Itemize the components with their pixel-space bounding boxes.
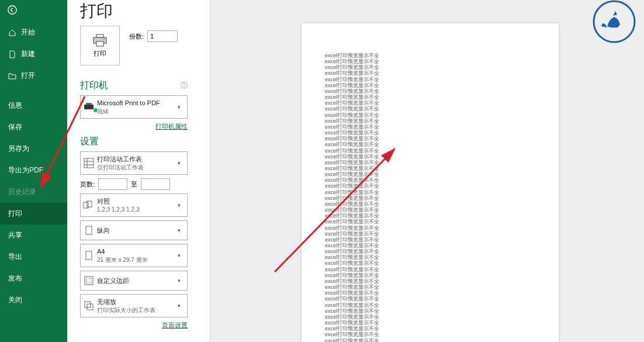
preview-text-line: excel打印预览显示不全 xyxy=(325,100,535,106)
copies-label: 份数: xyxy=(129,32,144,41)
preview-text-line: excel打印预览显示不全 xyxy=(325,284,535,290)
svg-rect-15 xyxy=(85,277,93,285)
preview-text-line: excel打印预览显示不全 xyxy=(325,130,535,136)
preview-text-line: excel打印预览显示不全 xyxy=(325,338,535,343)
chevron-down-icon: ▾ xyxy=(178,253,187,258)
preview-text-line: excel打印预览显示不全 xyxy=(325,243,535,248)
sidebar-item-saveas[interactable]: 另存为 xyxy=(0,138,67,160)
sidebar-item-share[interactable]: 共享 xyxy=(0,224,67,246)
preview-text-line: excel打印预览显示不全 xyxy=(325,171,535,177)
sidebar-item-new[interactable]: 新建 xyxy=(0,43,67,65)
svg-rect-13 xyxy=(86,226,92,234)
preview-text-line: excel打印预览显示不全 xyxy=(325,141,535,147)
orientation-dropdown[interactable]: 纵向 ▾ xyxy=(80,220,188,240)
preview-text-line: excel打印预览显示不全 xyxy=(325,308,535,314)
preview-text-line: excel打印预览显示不全 xyxy=(325,254,535,260)
preview-text-line: excel打印预览显示不全 xyxy=(325,278,535,284)
paper-line1: A4 xyxy=(97,247,178,255)
margins-dropdown[interactable]: 自定义边距 ▾ xyxy=(80,271,188,291)
printer-name: Microsoft Print to PDF xyxy=(97,99,178,107)
scaling-dropdown[interactable]: 无缩放 打印实际大小的工作表 ▾ xyxy=(80,294,188,317)
printer-device-icon xyxy=(81,102,97,112)
chevron-down-icon: ▾ xyxy=(178,227,187,233)
preview-text-line: excel打印预览显示不全 xyxy=(325,248,535,254)
sidebar-item-open[interactable]: 打开 xyxy=(0,65,67,87)
print-button[interactable]: 打印 xyxy=(80,26,120,65)
preview-text-line: excel打印预览显示不全 xyxy=(325,201,535,207)
sidebar-item-close[interactable]: 关闭 xyxy=(0,289,67,311)
collate-dropdown[interactable]: 对照 1,2,3 1,2,3 1,2,3 ▾ xyxy=(80,194,188,217)
sidebar-item-print[interactable]: 打印 xyxy=(0,203,67,224)
page-title: 打印 xyxy=(80,0,204,22)
printer-properties-link[interactable]: 打印机属性 xyxy=(80,122,188,131)
preview-text-line: excel打印预览显示不全 xyxy=(325,53,535,58)
pages-label: 页数: xyxy=(80,180,95,189)
sidebar-item-label: 信息 xyxy=(8,101,22,110)
sidebar-item-save[interactable]: 保存 xyxy=(0,116,67,138)
settings-panel: 打印 打印 份数: 打印机 ⓘ xyxy=(67,0,210,342)
preview-text-line: excel打印预览显示不全 xyxy=(325,88,535,94)
print-scope-line1: 打印活动工作表 xyxy=(97,155,178,163)
scaling-line1: 无缩放 xyxy=(97,298,178,306)
orientation-line1: 纵向 xyxy=(97,226,178,234)
sidebar-item-label: 共享 xyxy=(8,230,22,240)
main: 打印 打印 份数: 打印机 ⓘ xyxy=(67,0,644,342)
sidebar-item-export[interactable]: 导出 xyxy=(0,246,67,268)
svg-rect-17 xyxy=(85,302,91,308)
sidebar-item-label: 导出 xyxy=(8,252,22,262)
preview-text-line: excel打印预览显示不全 xyxy=(325,272,535,278)
paper-dropdown[interactable]: A4 21 厘米 x 29.7 厘米 ▾ xyxy=(80,244,188,267)
sidebar-item-exportpdf[interactable]: 导出为PDF xyxy=(0,160,67,181)
sidebar-item-publish[interactable]: 发布 xyxy=(0,268,67,289)
svg-rect-6 xyxy=(86,103,92,105)
preview-page: excel打印预览显示不全excel打印预览显示不全excel打印预览显示不全e… xyxy=(302,23,559,342)
preview-text-line: excel打印预览显示不全 xyxy=(325,237,535,243)
sidebar-item-label: 开始 xyxy=(21,27,35,37)
preview-text-line: excel打印预览显示不全 xyxy=(325,290,535,296)
preview-text-line: excel打印预览显示不全 xyxy=(325,136,535,141)
sidebar-item-label: 另存为 xyxy=(8,144,29,154)
sidebar-item-history[interactable]: 历史记录 xyxy=(0,181,67,203)
svg-rect-1 xyxy=(96,34,103,37)
preview-text-line: excel打印预览显示不全 xyxy=(325,106,535,112)
sidebar-item-home[interactable]: 开始 xyxy=(0,22,67,43)
svg-rect-16 xyxy=(86,278,91,283)
pages-to-label: 至 xyxy=(131,180,137,189)
info-icon[interactable]: ⓘ xyxy=(181,81,188,91)
preview-text-line: excel打印预览显示不全 xyxy=(325,296,535,302)
preview-text-line: excel打印预览显示不全 xyxy=(325,314,535,320)
preview-text-line: excel打印预览显示不全 xyxy=(325,189,535,195)
file-icon xyxy=(8,50,16,58)
preview-text-line: excel打印预览显示不全 xyxy=(325,267,535,272)
copies-input[interactable] xyxy=(147,30,178,42)
page-to-input[interactable] xyxy=(141,178,170,190)
svg-rect-14 xyxy=(86,251,92,260)
collate-icon xyxy=(81,201,97,210)
page-from-input[interactable] xyxy=(98,178,127,190)
preview-text-line: excel打印预览显示不全 xyxy=(325,207,535,213)
back-button[interactable] xyxy=(0,0,67,22)
sidebar-item-label: 新建 xyxy=(21,49,35,59)
margins-line1: 自定义边距 xyxy=(97,277,178,285)
preview-text-line: excel打印预览显示不全 xyxy=(325,225,535,231)
sidebar: 开始 新建 打开 信息 保存 另存为 导出为PDF 历史记录 打印 共享 导出 … xyxy=(0,0,67,342)
preview-text-line: excel打印预览显示不全 xyxy=(325,118,535,124)
preview-text-line: excel打印预览显示不全 xyxy=(325,183,535,189)
page-setup-link[interactable]: 页面设置 xyxy=(80,321,188,330)
print-scope-dropdown[interactable]: 打印活动工作表 仅打印活动工作表 ▾ xyxy=(80,151,188,175)
collate-line1: 对照 xyxy=(97,197,178,205)
preview-text-line: excel打印预览显示不全 xyxy=(325,148,535,154)
preview-text-line: excel打印预览显示不全 xyxy=(325,195,535,201)
sidebar-item-label: 发布 xyxy=(8,274,22,284)
home-icon xyxy=(8,29,16,37)
status-ok-icon xyxy=(93,108,98,113)
print-button-label: 打印 xyxy=(94,49,106,58)
sidebar-item-info[interactable]: 信息 xyxy=(0,95,67,116)
margins-icon xyxy=(81,276,97,285)
preview-text-line: excel打印预览显示不全 xyxy=(325,94,535,100)
chevron-down-icon: ▾ xyxy=(178,104,187,110)
svg-point-4 xyxy=(103,39,105,40)
collate-line2: 1,2,3 1,2,3 1,2,3 xyxy=(97,206,178,213)
svg-rect-18 xyxy=(87,304,93,310)
printer-dropdown[interactable]: Microsoft Print to PDF 就绪 ▾ xyxy=(80,95,188,119)
